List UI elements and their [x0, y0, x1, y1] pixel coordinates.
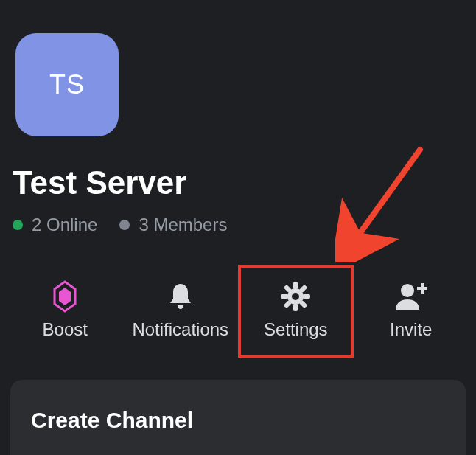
server-name: Test Server: [13, 164, 463, 201]
svg-point-9: [292, 293, 299, 300]
server-status-row: 2 Online 3 Members: [13, 215, 463, 235]
boost-button[interactable]: Boost: [7, 265, 123, 358]
svg-rect-2: [281, 294, 288, 299]
notifications-button[interactable]: Notifications: [123, 265, 239, 358]
online-count: 2 Online: [13, 215, 97, 235]
invite-button[interactable]: Invite: [354, 265, 469, 358]
server-header: TS Test Server 2 Online 3 Members: [0, 0, 476, 235]
gear-icon: [279, 279, 312, 313]
server-avatar[interactable]: TS: [15, 33, 119, 136]
members-dot-icon: [119, 220, 130, 230]
svg-point-10: [401, 284, 414, 297]
svg-rect-3: [303, 294, 310, 299]
online-text: 2 Online: [32, 215, 97, 235]
settings-label: Settings: [264, 319, 328, 340]
online-dot-icon: [13, 220, 23, 230]
boost-label: Boost: [43, 319, 88, 340]
svg-rect-12: [417, 287, 427, 290]
bell-icon: [166, 279, 195, 313]
members-text: 3 Members: [139, 215, 227, 235]
create-channel-label: Create Channel: [31, 408, 193, 432]
members-count: 3 Members: [119, 215, 227, 235]
settings-button[interactable]: Settings: [238, 265, 354, 358]
server-actions-bar: Boost Notifications: [0, 265, 476, 358]
svg-rect-0: [293, 282, 298, 289]
server-avatar-initials: TS: [49, 69, 85, 100]
svg-rect-1: [293, 304, 298, 311]
notifications-label: Notifications: [132, 319, 228, 340]
create-channel-button[interactable]: Create Channel: [10, 380, 466, 455]
boost-icon: [52, 279, 78, 313]
invite-label: Invite: [390, 319, 432, 340]
invite-icon: [393, 279, 430, 313]
